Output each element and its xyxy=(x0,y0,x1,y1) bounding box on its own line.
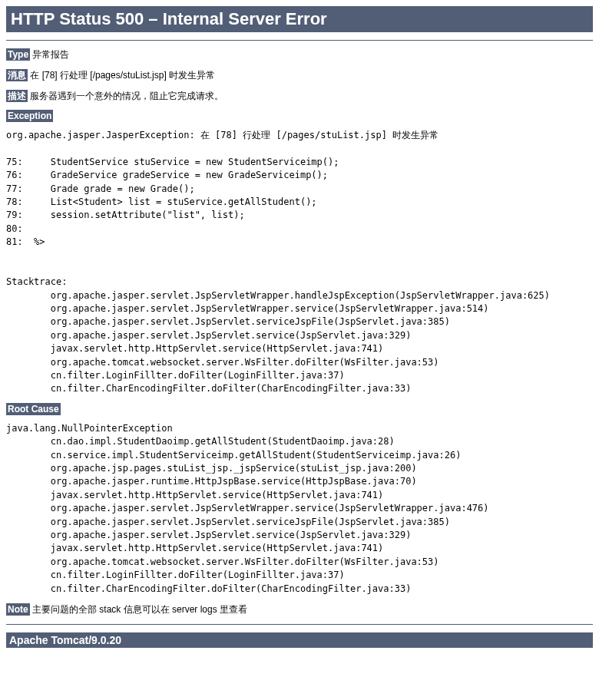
exception-heading-row: Exception xyxy=(6,111,593,121)
message-label: 消息 xyxy=(6,69,28,81)
exception-stacktrace: org.apache.jasper.JasperException: 在 [78… xyxy=(6,129,593,396)
message-text: 在 [78] 行处理 [/pages/stuList.jsp] 时发生异常 xyxy=(28,70,215,81)
divider xyxy=(6,624,593,625)
type-text: 异常报告 xyxy=(30,49,69,60)
description-row: 描述 服务器遇到一个意外的情况，阻止它完成请求。 xyxy=(6,90,593,103)
type-label: Type xyxy=(6,48,30,61)
exception-label: Exception xyxy=(6,110,53,122)
rootcause-label: Root Cause xyxy=(6,403,61,415)
rootcause-stacktrace: java.lang.NullPointerException cn.dao.im… xyxy=(6,422,593,596)
divider xyxy=(6,40,593,41)
message-row: 消息 在 [78] 行处理 [/pages/stuList.jsp] 时发生异常 xyxy=(6,69,593,82)
note-text: 主要问题的全部 stack 信息可以在 server logs 里查看 xyxy=(30,604,247,615)
note-label: Note xyxy=(6,603,30,616)
note-row: Note 主要问题的全部 stack 信息可以在 server logs 里查看 xyxy=(6,603,593,616)
description-label: 描述 xyxy=(6,90,28,102)
rootcause-heading-row: Root Cause xyxy=(6,404,593,414)
type-row: Type 异常报告 xyxy=(6,48,593,61)
error-title: HTTP Status 500 – Internal Server Error xyxy=(6,6,593,32)
description-text: 服务器遇到一个意外的情况，阻止它完成请求。 xyxy=(28,91,223,101)
server-footer: Apache Tomcat/9.0.20 xyxy=(6,632,593,648)
